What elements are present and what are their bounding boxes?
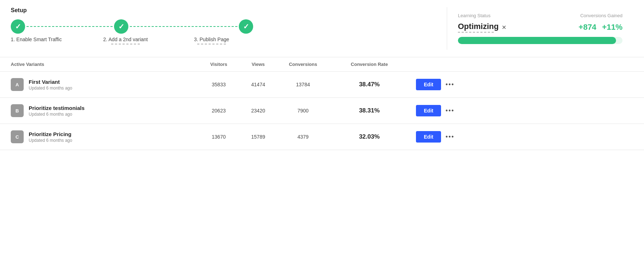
setup-area: Setup	[11, 7, 447, 50]
step3-underline	[197, 44, 226, 44]
variant-text-0: First Variant Updated 6 months ago	[29, 79, 72, 91]
variant-updated-1: Updated 6 months ago	[29, 112, 85, 117]
cell-rate-1: 38.31%	[330, 107, 409, 114]
variant-name-1: Prioritize testimonials	[29, 105, 85, 111]
actions-cell-1: Edit •••	[409, 105, 633, 116]
cell-visitors-1: 20623	[197, 108, 240, 114]
edit-button-1[interactable]: Edit	[416, 105, 441, 116]
variant-badge-1: B	[11, 104, 24, 117]
step1-circle	[11, 19, 25, 34]
step3-label: 3. Publish Page	[194, 37, 229, 42]
variant-badge-2: C	[11, 130, 24, 143]
edit-button-0[interactable]: Edit	[416, 79, 441, 90]
table-row: A First Variant Updated 6 months ago 358…	[0, 72, 644, 98]
steps-text-row: 1. Enable Smart Traffic 2. Add a 2nd var…	[11, 37, 447, 44]
steps-container: 1. Enable Smart Traffic 2. Add a 2nd var…	[11, 19, 447, 44]
variant-info-1: B Prioritize testimonials Updated 6 mont…	[11, 104, 197, 117]
cell-visitors-2: 13670	[197, 134, 240, 140]
conv-value1: +874	[579, 23, 597, 32]
cell-rate-0: 38.47%	[330, 81, 409, 88]
optimizing-block: Optimizing ✕	[458, 22, 506, 33]
step2-underline	[111, 44, 140, 44]
close-icon[interactable]: ✕	[502, 24, 506, 31]
step1-label-block: 1. Enable Smart Traffic	[11, 37, 75, 42]
cell-conversions-1: 7900	[276, 108, 330, 114]
step2-check-icon	[118, 22, 124, 31]
variant-text-2: Prioritize Pricing Updated 6 months ago	[29, 131, 72, 143]
conversions-values: +874 +11%	[579, 23, 622, 32]
th-variant: Active Variants	[11, 62, 197, 67]
step3-label-block: 3. Publish Page	[176, 37, 247, 44]
variant-badge-0: A	[11, 78, 24, 91]
step1-check-icon	[15, 22, 21, 31]
cell-views-0: 41474	[240, 82, 276, 87]
step2-line	[130, 26, 237, 27]
cell-visitors-0: 35833	[197, 82, 240, 87]
table-row: C Prioritize Pricing Updated 6 months ag…	[0, 124, 644, 150]
cell-conversions-0: 13784	[276, 82, 330, 87]
setup-title: Setup	[11, 7, 447, 14]
variant-updated-0: Updated 6 months ago	[29, 86, 72, 91]
cell-rate-2: 32.03%	[330, 133, 409, 140]
cell-conversions-2: 4379	[276, 134, 330, 140]
variant-info-2: C Prioritize Pricing Updated 6 months ag…	[11, 130, 197, 143]
th-actions	[409, 62, 633, 67]
th-conversion-rate: Conversion Rate	[330, 62, 409, 67]
status-panel-header: Learning Status Conversions Gained	[458, 13, 622, 18]
variant-updated-2: Updated 6 months ago	[29, 138, 72, 143]
table-header-row: Active Variants Visitors Views Conversio…	[0, 57, 644, 72]
steps-icons-row	[11, 19, 447, 34]
conversions-gained-label: Conversions Gained	[580, 13, 622, 18]
learning-status-label: Learning Status	[458, 13, 491, 18]
step2-label: 2. Add a 2nd variant	[103, 37, 148, 42]
more-menu-2[interactable]: •••	[445, 133, 454, 141]
optimizing-text: Optimizing	[458, 22, 499, 31]
progress-bar-container	[458, 37, 622, 44]
step2-label-block: 2. Add a 2nd variant	[75, 37, 176, 44]
cell-views-1: 23420	[240, 108, 276, 114]
th-visitors: Visitors	[197, 62, 240, 67]
edit-button-2[interactable]: Edit	[416, 131, 441, 143]
step1-label: 1. Enable Smart Traffic	[11, 37, 62, 42]
th-conversions: Conversions	[276, 62, 330, 67]
table-row: B Prioritize testimonials Updated 6 mont…	[0, 98, 644, 124]
status-panel: Learning Status Conversions Gained Optim…	[447, 7, 633, 50]
variant-info-0: A First Variant Updated 6 months ago	[11, 78, 197, 91]
actions-cell-2: Edit •••	[409, 131, 633, 143]
progress-bar-fill	[458, 37, 616, 44]
optimizing-underline	[458, 32, 494, 33]
top-section: Setup	[0, 0, 644, 57]
more-menu-0[interactable]: •••	[445, 81, 454, 88]
actions-cell-0: Edit •••	[409, 79, 633, 90]
table-section: Active Variants Visitors Views Conversio…	[0, 57, 644, 150]
step3-circle	[239, 19, 253, 34]
step2-circle	[114, 19, 128, 34]
more-menu-1[interactable]: •••	[445, 107, 454, 115]
variant-name-2: Prioritize Pricing	[29, 131, 72, 137]
variant-name-0: First Variant	[29, 79, 72, 85]
step3-check-icon	[243, 22, 249, 31]
step1-line	[27, 26, 113, 27]
conv-value2: +11%	[602, 23, 622, 32]
th-views: Views	[240, 62, 276, 67]
page-wrapper: Setup	[0, 0, 644, 255]
cell-views-2: 15789	[240, 134, 276, 140]
optimizing-wrap: Optimizing	[458, 22, 499, 33]
variant-text-1: Prioritize testimonials Updated 6 months…	[29, 105, 85, 117]
status-values-row: Optimizing ✕ +874 +11%	[458, 22, 622, 33]
